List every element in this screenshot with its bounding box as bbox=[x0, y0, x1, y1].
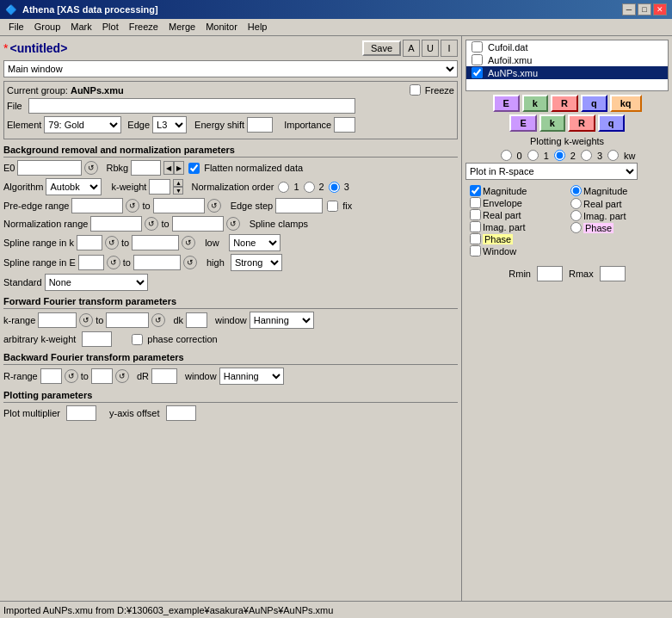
plot-q2-button[interactable]: q bbox=[598, 114, 625, 132]
menu-group[interactable]: Group bbox=[29, 21, 66, 34]
kweight-up[interactable]: ▲ bbox=[173, 179, 183, 187]
standard-dropdown[interactable]: None bbox=[45, 274, 148, 291]
preedge-from-input[interactable]: -150.000 bbox=[71, 198, 123, 213]
plot-q-button[interactable]: q bbox=[581, 95, 607, 112]
file-path-input[interactable]: D:¥130603_example¥asakura¥AuNPs¥AuNPs.xm… bbox=[28, 98, 355, 114]
rbkg-next-button[interactable]: ▶ bbox=[174, 161, 184, 175]
minimize-button[interactable]: ─ bbox=[622, 3, 636, 15]
splinek-to-input[interactable]: 20.235 bbox=[132, 235, 179, 250]
kwkw-radio[interactable] bbox=[607, 150, 619, 161]
plot-k2-button[interactable]: k bbox=[539, 114, 565, 132]
kw3-radio[interactable] bbox=[581, 150, 592, 161]
rmax-input[interactable]: 6 bbox=[600, 266, 626, 281]
preedge-to-reset[interactable]: ↺ bbox=[207, 199, 221, 213]
energy-shift-input[interactable]: 0 bbox=[247, 117, 273, 133]
realpart-2-radio[interactable] bbox=[570, 198, 582, 209]
magnitude-1-checkbox[interactable] bbox=[470, 185, 481, 196]
yaxis-input[interactable]: 0 bbox=[166, 405, 196, 421]
splinee-to-reset[interactable]: ↺ bbox=[183, 256, 197, 269]
splinek-to-reset[interactable]: ↺ bbox=[182, 236, 195, 250]
e0-reset-button[interactable]: ↺ bbox=[84, 161, 98, 175]
bft-window-dropdown[interactable]: Hanning bbox=[219, 368, 284, 385]
menu-merge[interactable]: Merge bbox=[163, 21, 200, 34]
krange-from-input[interactable]: 3.000 bbox=[38, 312, 77, 328]
envelope-checkbox[interactable] bbox=[470, 197, 481, 208]
aufoil-checkbox[interactable] bbox=[472, 54, 483, 65]
preedge-from-reset[interactable]: ↺ bbox=[126, 199, 139, 213]
dk-input[interactable]: 1 bbox=[186, 312, 207, 328]
phase-1-checkbox[interactable] bbox=[470, 233, 481, 244]
rbkg-prev-button[interactable]: ◀ bbox=[163, 161, 174, 175]
plot-r-button[interactable]: R bbox=[551, 95, 578, 112]
i-button[interactable]: I bbox=[441, 40, 458, 57]
u-button[interactable]: U bbox=[422, 40, 439, 57]
window-1-checkbox[interactable] bbox=[470, 245, 481, 256]
rmin-input[interactable]: 0 bbox=[537, 266, 563, 281]
dr-input[interactable]: 0.0 bbox=[151, 368, 177, 384]
kw0-radio[interactable] bbox=[501, 150, 512, 161]
normorder-2-radio[interactable] bbox=[304, 182, 315, 193]
freeze-checkbox[interactable] bbox=[410, 84, 421, 96]
plot-r2-button[interactable]: R bbox=[568, 114, 595, 132]
spline-low-dropdown[interactable]: None bbox=[229, 234, 281, 251]
algorithm-dropdown[interactable]: Autobk bbox=[46, 178, 102, 195]
spline-high-dropdown[interactable]: Strong bbox=[231, 254, 282, 271]
menu-plot[interactable]: Plot bbox=[97, 21, 124, 34]
kweight-spinner[interactable]: ▲ ▼ bbox=[173, 179, 183, 195]
splinee-from-reset[interactable]: ↺ bbox=[107, 256, 120, 269]
rbkg-input[interactable]: 1.0 bbox=[131, 160, 161, 176]
menu-monitor[interactable]: Monitor bbox=[200, 21, 243, 34]
phase-corr-checkbox[interactable] bbox=[132, 334, 143, 345]
plot-k-button[interactable]: k bbox=[522, 95, 548, 112]
splinee-to-input[interactable]: 1560.017 bbox=[133, 255, 181, 270]
save-button[interactable]: Save bbox=[362, 40, 401, 56]
krange-from-reset[interactable]: ↺ bbox=[79, 313, 93, 327]
normorder-1-radio[interactable] bbox=[278, 182, 289, 193]
splinek-from-reset[interactable]: ↺ bbox=[105, 236, 119, 250]
krange-to-input[interactable]: 18.235 bbox=[106, 312, 149, 328]
normrange-to-input[interactable]: 1460.050 bbox=[172, 216, 224, 232]
splinek-from-input[interactable]: 0 bbox=[77, 235, 102, 250]
preedge-to-input[interactable]: -30.000 bbox=[153, 198, 205, 213]
krange-to-reset[interactable]: ↺ bbox=[151, 313, 165, 327]
rspace-dropdown[interactable]: Plot in R-space bbox=[465, 163, 638, 180]
menu-freeze[interactable]: Freeze bbox=[124, 21, 163, 34]
cufoil-checkbox[interactable] bbox=[472, 41, 483, 53]
splinee-from-input[interactable]: 0 bbox=[78, 255, 104, 270]
kw1-radio[interactable] bbox=[527, 150, 539, 161]
maximize-button[interactable]: □ bbox=[638, 3, 651, 15]
plotmult-input[interactable]: 1 bbox=[66, 405, 96, 421]
flatten-checkbox[interactable] bbox=[188, 163, 200, 174]
menu-mark[interactable]: Mark bbox=[65, 21, 96, 34]
imagpart-2-radio[interactable] bbox=[570, 210, 582, 221]
normrange-from-input[interactable]: 150.000 bbox=[90, 216, 142, 232]
rrange-to-reset[interactable]: ↺ bbox=[115, 369, 129, 383]
menu-help[interactable]: Help bbox=[243, 21, 273, 34]
a-button[interactable]: A bbox=[403, 40, 420, 57]
file-item-aufoil[interactable]: Aufoil.xmu bbox=[466, 53, 668, 66]
file-item-cufoil[interactable]: Cufoil.dat bbox=[466, 40, 668, 53]
fft-window-dropdown[interactable]: Hanning bbox=[250, 312, 314, 329]
magnitude-2-radio[interactable] bbox=[570, 185, 582, 196]
edge-dropdown[interactable]: L3 bbox=[152, 116, 187, 133]
rrange-to-input[interactable]: 3 bbox=[91, 368, 113, 384]
close-button[interactable]: ✕ bbox=[653, 3, 667, 15]
element-dropdown[interactable]: 79: Gold bbox=[44, 116, 121, 133]
aunps-checkbox[interactable] bbox=[472, 67, 483, 78]
kweight-down[interactable]: ▼ bbox=[173, 187, 183, 195]
normrange-to-reset[interactable]: ↺ bbox=[226, 217, 240, 231]
imagpart-1-checkbox[interactable] bbox=[470, 221, 481, 232]
rrange-from-input[interactable]: 1 bbox=[40, 368, 62, 384]
e0-input[interactable]: 11915.329 bbox=[17, 160, 82, 176]
menu-file[interactable]: File bbox=[3, 21, 29, 34]
plot-kq-button[interactable]: kq bbox=[610, 95, 642, 112]
plot-e2-button[interactable]: E bbox=[509, 114, 536, 132]
plot-e-button[interactable]: E bbox=[493, 95, 520, 112]
importance-input[interactable]: 1 bbox=[334, 117, 355, 133]
normorder-3-radio[interactable] bbox=[329, 182, 340, 193]
kw2-radio[interactable] bbox=[554, 150, 565, 161]
edge-step-input[interactable]: 0.331652 bbox=[275, 198, 323, 213]
main-window-dropdown[interactable]: Main window bbox=[3, 60, 458, 77]
phase-2-radio[interactable] bbox=[570, 222, 582, 233]
rrange-from-reset[interactable]: ↺ bbox=[65, 369, 78, 383]
